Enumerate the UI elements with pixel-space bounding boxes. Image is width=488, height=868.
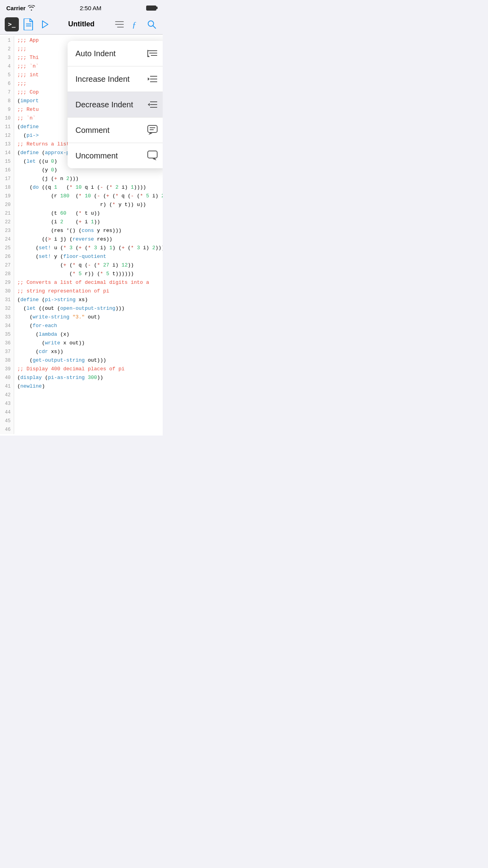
line-number: 40 bbox=[2, 373, 11, 382]
svg-marker-21 bbox=[148, 103, 150, 106]
code-line: ;; string representation of pi bbox=[17, 287, 163, 296]
svg-text:ƒ: ƒ bbox=[132, 20, 136, 29]
line-number: 4 bbox=[2, 62, 11, 71]
toolbar-left: >_ bbox=[5, 17, 51, 32]
code-line: (+ (* q (- (* 27 i) 12)) bbox=[17, 261, 163, 270]
line-number: 1 bbox=[2, 36, 11, 45]
code-line: (* 5 r)) (* 5 t)))))) bbox=[17, 270, 163, 278]
menu-item-icon-decrease-indent bbox=[146, 98, 159, 111]
play-button[interactable] bbox=[39, 18, 51, 31]
line-number: 34 bbox=[2, 322, 11, 330]
line-number: 41 bbox=[2, 382, 11, 391]
menu-button[interactable] bbox=[113, 19, 126, 29]
svg-marker-17 bbox=[148, 77, 150, 81]
terminal-button[interactable]: >_ bbox=[5, 17, 19, 31]
code-line: (set! y (floor-quotient bbox=[17, 252, 163, 261]
status-time: 2:50 AM bbox=[80, 5, 101, 11]
line-number: 16 bbox=[2, 166, 11, 175]
line-number: 17 bbox=[2, 175, 11, 183]
menu-item-icon-increase-indent bbox=[146, 73, 159, 85]
menu-item-comment[interactable]: Comment bbox=[68, 118, 163, 143]
code-line: (t 60 (* t u)) bbox=[17, 209, 163, 218]
menu-item-label-auto-indent: Auto Indent bbox=[75, 49, 116, 58]
line-number: 12 bbox=[2, 131, 11, 140]
battery-icon bbox=[146, 6, 156, 11]
code-line: (res '() (cons y res))) bbox=[17, 226, 163, 235]
line-number: 33 bbox=[2, 313, 11, 322]
line-number: 45 bbox=[2, 417, 11, 425]
line-number: 22 bbox=[2, 218, 11, 226]
menu-item-icon-comment bbox=[146, 124, 159, 136]
context-menu: Auto IndentIncrease IndentDecrease Inden… bbox=[68, 41, 163, 168]
svg-rect-12 bbox=[147, 50, 148, 57]
line-numbers: 1234567891011121314151617181920212223242… bbox=[0, 36, 14, 434]
code-line: (lambda (x) bbox=[17, 330, 163, 339]
line-number: 14 bbox=[2, 149, 11, 157]
code-line: (get-output-string out))) bbox=[17, 356, 163, 365]
code-line: (display (pi-as-string 300)) bbox=[17, 373, 163, 382]
menu-item-label-increase-indent: Increase Indent bbox=[75, 75, 130, 84]
menu-item-label-decrease-indent: Decrease Indent bbox=[75, 100, 133, 109]
search-button[interactable] bbox=[145, 18, 158, 31]
code-line: (write-string "3." out) bbox=[17, 313, 163, 322]
line-number: 2 bbox=[2, 45, 11, 53]
new-file-button[interactable] bbox=[22, 17, 35, 32]
menu-icon bbox=[115, 21, 124, 28]
carrier-label: Carrier bbox=[6, 5, 26, 11]
status-left: Carrier bbox=[6, 5, 35, 11]
line-number: 7 bbox=[2, 88, 11, 97]
code-line: (do ((q 1 (* 10 q i (- (* 2 i) 1)))) bbox=[17, 183, 163, 192]
line-number: 44 bbox=[2, 408, 11, 417]
toolbar-right: ƒ bbox=[113, 18, 158, 31]
menu-item-uncomment[interactable]: Uncomment bbox=[68, 143, 163, 168]
line-number: 10 bbox=[2, 114, 11, 123]
code-line: (for-each bbox=[17, 322, 163, 330]
menu-item-icon-uncomment bbox=[146, 149, 159, 162]
code-line: ;; Converts a list of decimal digits int… bbox=[17, 278, 163, 287]
line-number: 36 bbox=[2, 339, 11, 348]
code-line: (set! u (* 3 (+ (* 3 i) 1) (+ (* 3 i) 2)… bbox=[17, 244, 163, 252]
svg-rect-26 bbox=[148, 151, 157, 158]
code-line: (j (+ n 2))) bbox=[17, 175, 163, 183]
menu-item-increase-indent[interactable]: Increase Indent bbox=[68, 66, 163, 92]
function-icon: ƒ bbox=[131, 20, 140, 29]
line-number: 30 bbox=[2, 287, 11, 296]
line-number: 11 bbox=[2, 123, 11, 131]
svg-marker-2 bbox=[42, 21, 48, 28]
line-number: 24 bbox=[2, 235, 11, 244]
line-number: 31 bbox=[2, 296, 11, 304]
line-number: 25 bbox=[2, 244, 11, 252]
wifi-icon bbox=[28, 5, 35, 11]
svg-rect-22 bbox=[148, 125, 157, 132]
line-number: 13 bbox=[2, 140, 11, 149]
code-line: ;; Display 400 decimal places of pi bbox=[17, 365, 163, 373]
toolbar: >_ Untitled ƒ bbox=[0, 14, 163, 35]
menu-item-auto-indent[interactable]: Auto Indent bbox=[68, 41, 163, 66]
new-file-icon bbox=[24, 18, 34, 30]
line-number: 35 bbox=[2, 330, 11, 339]
editor-container: 1234567891011121314151617181920212223242… bbox=[0, 35, 163, 436]
line-number: 42 bbox=[2, 391, 11, 399]
line-number: 6 bbox=[2, 79, 11, 88]
toolbar-title: Untitled bbox=[68, 20, 95, 28]
line-number: 32 bbox=[2, 304, 11, 313]
line-number: 21 bbox=[2, 209, 11, 218]
line-number: 9 bbox=[2, 105, 11, 114]
line-number: 26 bbox=[2, 252, 11, 261]
code-line: ((> i j) (reverse res)) bbox=[17, 235, 163, 244]
svg-line-8 bbox=[153, 26, 156, 28]
line-number: 15 bbox=[2, 157, 11, 166]
line-number: 8 bbox=[2, 97, 11, 105]
menu-item-label-uncomment: Uncomment bbox=[75, 151, 118, 160]
menu-item-icon-auto-indent bbox=[146, 47, 159, 60]
line-number: 29 bbox=[2, 278, 11, 287]
menu-item-label-comment: Comment bbox=[75, 126, 110, 135]
menu-item-decrease-indent[interactable]: Decrease Indent bbox=[68, 92, 163, 118]
line-number: 39 bbox=[2, 365, 11, 373]
function-button[interactable]: ƒ bbox=[130, 18, 141, 31]
line-number: 46 bbox=[2, 425, 11, 434]
line-number: 28 bbox=[2, 270, 11, 278]
line-number: 27 bbox=[2, 261, 11, 270]
code-line: (r 180 (* 10 (- (+ (* q (- (* 5 i) 2)) bbox=[17, 192, 163, 200]
status-right bbox=[146, 6, 156, 11]
